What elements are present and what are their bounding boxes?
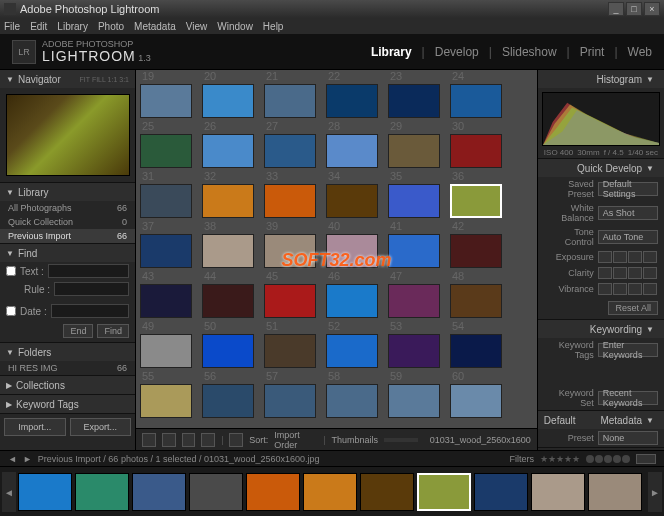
navigator-header[interactable]: ▼ Navigator FIT FILL 1:1 3:1 — [0, 70, 135, 88]
grid-thumbnail[interactable] — [388, 84, 440, 118]
module-print[interactable]: Print — [580, 45, 605, 59]
menu-edit[interactable]: Edit — [30, 21, 47, 32]
grid-thumbnail[interactable] — [264, 384, 316, 418]
find-text-field[interactable] — [48, 264, 129, 278]
kw-tags-field[interactable]: Enter Keywords — [598, 343, 658, 357]
grid-thumbnail[interactable] — [140, 384, 192, 418]
library-item[interactable]: All Photographs66 — [0, 201, 135, 215]
tone-button[interactable]: Auto Tone — [598, 230, 658, 244]
filmstrip-thumbnail[interactable] — [18, 473, 72, 511]
grid-thumbnail[interactable] — [388, 334, 440, 368]
filmstrip-thumbnail[interactable] — [189, 473, 243, 511]
grid-thumbnail[interactable] — [140, 234, 192, 268]
close-button[interactable]: × — [644, 2, 660, 16]
grid-thumbnail[interactable] — [388, 384, 440, 418]
grid-thumbnail[interactable] — [202, 84, 254, 118]
grid-thumbnail[interactable] — [388, 184, 440, 218]
library-item[interactable]: Previous Import66 — [0, 229, 135, 243]
grid-thumbnail[interactable] — [450, 334, 502, 368]
filmstrip-thumbnail[interactable] — [588, 473, 642, 511]
grid-thumbnail[interactable] — [450, 234, 502, 268]
grid-thumbnail[interactable] — [264, 234, 316, 268]
survey-view-icon[interactable] — [201, 433, 215, 447]
grid-thumbnail[interactable] — [388, 284, 440, 318]
grid-thumbnail[interactable] — [264, 284, 316, 318]
collections-header[interactable]: ▶Collections — [0, 376, 135, 394]
grid-thumbnail[interactable] — [202, 184, 254, 218]
grid-thumbnail[interactable] — [140, 134, 192, 168]
loupe-view-icon[interactable] — [162, 433, 176, 447]
sort-direction-icon[interactable] — [229, 433, 243, 447]
grid-thumbnail[interactable] — [264, 334, 316, 368]
minimize-button[interactable]: _ — [608, 2, 624, 16]
histogram-header[interactable]: Histogram▼ — [538, 70, 664, 88]
navigator-preview[interactable] — [0, 88, 135, 182]
metadata-default[interactable]: Default — [544, 415, 576, 426]
filmstrip-thumbnail[interactable] — [360, 473, 414, 511]
filmstrip-thumbnail[interactable] — [417, 473, 471, 511]
exposure-buttons[interactable] — [598, 251, 657, 263]
find-end-button[interactable]: End — [63, 324, 93, 338]
preset-select[interactable]: Default Settings — [598, 182, 658, 196]
navigator-zoom[interactable]: FIT FILL 1:1 3:1 — [80, 76, 129, 83]
grid-thumbnail[interactable] — [326, 334, 378, 368]
filmstrip-thumbnail[interactable] — [531, 473, 585, 511]
quick-develop-header[interactable]: Quick Develop▼ — [538, 159, 664, 177]
grid-thumbnail[interactable] — [202, 334, 254, 368]
grid-thumbnail[interactable] — [450, 384, 502, 418]
filter-stars[interactable]: ★★★★★ — [540, 454, 580, 464]
grid-thumbnail[interactable] — [264, 134, 316, 168]
find-date-check[interactable] — [6, 306, 16, 316]
grid-thumbnail[interactable] — [388, 134, 440, 168]
filter-switch[interactable] — [636, 454, 656, 464]
thumbnail-size-slider[interactable] — [384, 438, 418, 442]
vibrance-buttons[interactable] — [598, 283, 657, 295]
meta-preset-select[interactable]: None — [598, 431, 658, 445]
menu-metadata[interactable]: Metadata — [134, 21, 176, 32]
folders-header[interactable]: ▼Folders — [0, 343, 135, 361]
folder-item[interactable]: HI RES IMG66 — [0, 361, 135, 375]
keywording-header[interactable]: Keywording▼ — [538, 320, 664, 338]
grid-thumbnail[interactable] — [450, 134, 502, 168]
kw-set-select[interactable]: Recent Keywords — [598, 391, 658, 405]
grid-thumbnail[interactable] — [140, 184, 192, 218]
library-header[interactable]: ▼ Library — [0, 183, 135, 201]
find-button[interactable]: Find — [97, 324, 129, 338]
maximize-button[interactable]: □ — [626, 2, 642, 16]
grid-thumbnail[interactable] — [202, 134, 254, 168]
filter-colors[interactable] — [586, 455, 630, 463]
grid-thumbnail[interactable] — [264, 184, 316, 218]
library-item[interactable]: Quick Collection0 — [0, 215, 135, 229]
grid-view-icon[interactable] — [142, 433, 156, 447]
module-slideshow[interactable]: Slideshow — [502, 45, 557, 59]
grid-thumbnail[interactable] — [140, 334, 192, 368]
find-rule-field[interactable] — [54, 282, 129, 296]
filmstrip-left-arrow[interactable]: ◄ — [2, 472, 16, 512]
filmstrip-thumbnail[interactable] — [132, 473, 186, 511]
sort-value[interactable]: Import Order — [274, 430, 317, 450]
find-header[interactable]: ▼ Find — [0, 244, 135, 262]
nav-fwd-icon[interactable]: ► — [23, 454, 32, 464]
grid-thumbnail[interactable] — [326, 384, 378, 418]
keyword-tags-header[interactable]: ▶Keyword Tags — [0, 395, 135, 413]
clarity-buttons[interactable] — [598, 267, 657, 279]
wb-select[interactable]: As Shot — [598, 206, 658, 220]
grid-thumbnail[interactable] — [450, 284, 502, 318]
grid-thumbnail[interactable] — [326, 134, 378, 168]
menu-view[interactable]: View — [186, 21, 208, 32]
filmstrip-right-arrow[interactable]: ► — [648, 472, 662, 512]
grid-thumbnail[interactable] — [140, 284, 192, 318]
grid-thumbnail[interactable] — [326, 184, 378, 218]
filmstrip-thumbnail[interactable] — [75, 473, 129, 511]
import-button[interactable]: Import... — [4, 418, 66, 436]
menu-library[interactable]: Library — [57, 21, 88, 32]
find-text-check[interactable] — [6, 266, 16, 276]
find-date-field[interactable] — [51, 304, 129, 318]
filmstrip-thumbnail[interactable] — [474, 473, 528, 511]
menu-photo[interactable]: Photo — [98, 21, 124, 32]
grid-thumbnail[interactable] — [450, 84, 502, 118]
grid-thumbnail[interactable] — [202, 384, 254, 418]
menu-help[interactable]: Help — [263, 21, 284, 32]
grid-thumbnail[interactable] — [264, 84, 316, 118]
grid-thumbnail[interactable] — [202, 234, 254, 268]
